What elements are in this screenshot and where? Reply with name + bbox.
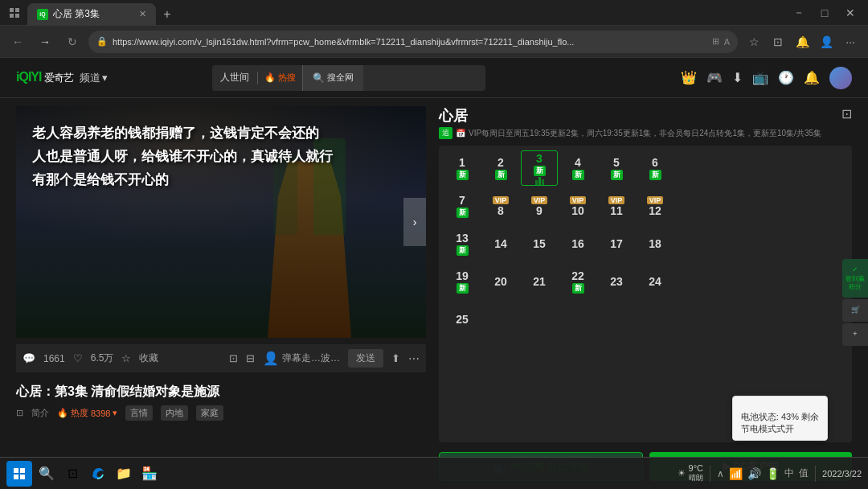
like-icon[interactable]: ♡: [73, 352, 83, 364]
start-button[interactable]: [6, 461, 32, 487]
cal-day-17[interactable]: 17: [598, 226, 635, 261]
browser-tab-active[interactable]: iQ 心居 第3集 ✕: [27, 3, 156, 26]
store-button[interactable]: 🏪: [138, 462, 161, 485]
day-badge: VIP: [570, 196, 587, 204]
next-episode-button[interactable]: ›: [403, 198, 426, 246]
cal-day-19[interactable]: 19 新: [444, 264, 481, 299]
cal-day-8[interactable]: VIP 8: [482, 188, 519, 224]
star-icon[interactable]: ☆: [121, 352, 131, 364]
weather-widget[interactable]: ☀ 9°C 晴朗: [678, 463, 703, 483]
cal-day-18[interactable]: 18: [637, 226, 674, 261]
cal-day-12[interactable]: VIP 12: [637, 188, 674, 224]
cal-day-5[interactable]: 5 新: [598, 150, 635, 186]
sign-in-button[interactable]: ✓ 签到赢积分: [842, 259, 868, 298]
cal-day-23[interactable]: 23: [598, 264, 635, 299]
tag-mainland[interactable]: 内地: [161, 405, 188, 421]
close-button[interactable]: ✕: [839, 2, 862, 24]
video-player[interactable]: 老人容易养老的钱都捐赠了，这钱肯定不会还的 人也是普通人呀，给钱谁不开心的，真诚…: [16, 106, 426, 338]
cal-day-11[interactable]: VIP 11: [598, 188, 635, 224]
cal-day-16[interactable]: 16: [559, 226, 596, 261]
tag-romance[interactable]: 言情: [125, 405, 153, 421]
send-button[interactable]: 发送: [348, 349, 383, 368]
tab-label: 心居 第3集: [53, 7, 100, 21]
fullscreen-icon[interactable]: ⊡: [841, 106, 852, 121]
site-header: iQIYI爱奇艺 频道 ▾ 人世间 🔥 热搜 🔍 搜全网 👑 🎮 ⬇ 📺 🕐 🔔: [0, 58, 868, 98]
search-button[interactable]: 🔍 搜全网: [302, 65, 363, 91]
cal-day-21[interactable]: 21: [521, 264, 558, 299]
search-taskbar-button[interactable]: 🔍: [35, 462, 58, 485]
calendar-week-5: 25: [444, 302, 847, 337]
new-tab-button[interactable]: +: [156, 3, 178, 26]
clock-widget[interactable]: 2022/3/22: [822, 469, 862, 479]
tag-family[interactable]: 家庭: [196, 405, 223, 421]
back-button[interactable]: ←: [6, 31, 29, 53]
intro-label[interactable]: 简介: [31, 407, 49, 419]
day-number: 5: [613, 156, 620, 169]
cal-day-1[interactable]: 1 新: [444, 150, 481, 186]
screenshot2-icon[interactable]: ⊟: [246, 352, 255, 364]
edge-button[interactable]: [87, 462, 109, 485]
heat-indicator: 🔥 热度 8398 ▾: [57, 407, 117, 419]
maximize-button[interactable]: □: [813, 2, 836, 24]
channel-button[interactable]: 频道 ▾: [80, 71, 108, 85]
cal-day-13[interactable]: 13 新: [444, 226, 481, 261]
speaker-icon[interactable]: 🔊: [747, 467, 761, 480]
cart-icon: 🛒: [851, 306, 860, 315]
chinese-input-icon[interactable]: 中: [784, 466, 794, 480]
crown-icon[interactable]: 👑: [681, 70, 697, 85]
user-avatar[interactable]: [829, 67, 852, 89]
cal-day-25[interactable]: 25: [444, 302, 481, 337]
day-badge: VIP: [647, 196, 664, 204]
cal-day-6[interactable]: 6 新: [637, 150, 674, 186]
profile-icon[interactable]: 👤: [815, 31, 837, 53]
comment-count: 1661: [43, 353, 65, 364]
star-icon[interactable]: ☆: [743, 31, 765, 53]
day-badge: 新: [611, 170, 623, 180]
notifications-icon[interactable]: 🔔: [804, 70, 820, 85]
minimize-button[interactable]: －: [788, 2, 810, 24]
window-controls: － □ ✕: [788, 2, 862, 24]
cal-day-14[interactable]: 14: [482, 226, 519, 261]
heat-label: 热度: [71, 407, 88, 419]
battery-icon[interactable]: 🔋: [766, 467, 780, 480]
download-icon[interactable]: ⬇: [732, 70, 743, 85]
comment-icon[interactable]: 💬: [23, 352, 35, 364]
tv-icon[interactable]: 📺: [752, 70, 768, 85]
cal-day-24[interactable]: 24: [637, 264, 674, 299]
cal-day-3[interactable]: 3 新: [521, 150, 558, 186]
cal-day-10[interactable]: VIP 10: [559, 188, 596, 224]
more-options-icon[interactable]: ⋯: [408, 352, 420, 365]
cart-button[interactable]: 🛒: [842, 299, 868, 322]
screenshot-icon[interactable]: ⊡: [229, 352, 238, 364]
cal-day-15[interactable]: 15: [521, 226, 558, 261]
cal-day-9[interactable]: VIP 9: [521, 188, 558, 224]
cal-day-22[interactable]: 22 新: [559, 264, 596, 299]
refresh-button[interactable]: ↻: [61, 31, 84, 53]
cal-day-4[interactable]: 4 新: [559, 150, 596, 186]
game-icon[interactable]: 🎮: [706, 70, 723, 85]
split-icon: ⊞: [712, 36, 719, 47]
up-arrow-icon[interactable]: ∧: [717, 468, 724, 479]
share-icon[interactable]: ⬆: [391, 352, 400, 364]
cal-day-2[interactable]: 2 新: [482, 150, 519, 186]
wifi-icon[interactable]: 📶: [729, 467, 743, 480]
more-icon[interactable]: ···: [839, 31, 862, 53]
bell-icon[interactable]: 🔔: [791, 31, 813, 53]
add-button[interactable]: +: [842, 323, 868, 346]
series-schedule: 追 📅 VIP每周日至周五19:35更新2集，周六19:35更新1集，非会员每日…: [439, 127, 821, 139]
cal-day-20[interactable]: 20: [482, 264, 519, 299]
calendar-week-2: 7 新 VIP 8 VIP 9 VIP 10 VIP 11: [444, 188, 847, 224]
file-explorer-button[interactable]: 📁: [113, 462, 135, 485]
schedule-badge: 追: [439, 127, 452, 139]
english-input-icon[interactable]: 值: [799, 466, 809, 480]
forward-button[interactable]: →: [34, 31, 56, 53]
history-icon[interactable]: 🕐: [778, 70, 794, 85]
tab-close-button[interactable]: ✕: [139, 9, 146, 19]
cal-day-7[interactable]: 7 新: [444, 188, 481, 224]
search-area: 人世间 🔥 热搜 🔍 搜全网: [212, 65, 485, 91]
collections-icon[interactable]: ⊡: [767, 31, 789, 53]
task-view-button[interactable]: ⊡: [61, 462, 84, 485]
day-number: 22: [571, 269, 584, 282]
browser-window-icon: [6, 5, 23, 21]
address-bar[interactable]: 🔒 https://www.iqiyi.com/v_lsjin161dw.htm…: [88, 31, 738, 53]
